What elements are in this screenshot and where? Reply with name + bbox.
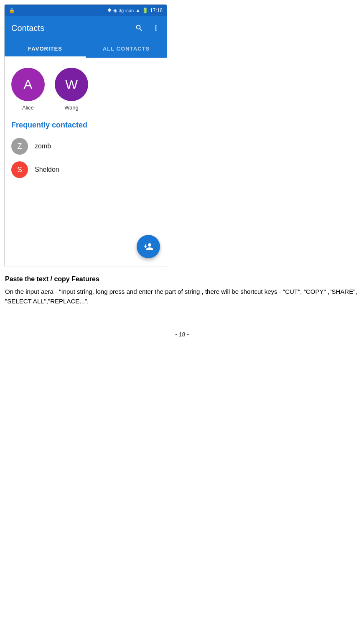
- add-contact-fab[interactable]: [137, 235, 160, 258]
- content-area: A Alice W Wang Frequently contacted Z: [5, 58, 167, 267]
- content-wrapper: A Alice W Wang Frequently contacted Z: [5, 58, 167, 267]
- lock-icon: 🔒: [9, 8, 15, 13]
- status-time: 17:16: [150, 8, 163, 13]
- contact-list: Z zomb S Sheldon: [11, 135, 160, 181]
- phone-frame: 🔒 ✱ ◈ 3g-icon ▲ 🔋 17:16 Contacts: [4, 4, 167, 267]
- contact-name-zomb: zomb: [35, 143, 51, 150]
- app-bar-title: Contacts: [11, 23, 44, 33]
- favorite-item-wang[interactable]: W Wang: [55, 68, 88, 111]
- avatar-sheldon: S: [11, 161, 28, 178]
- status-bar-right: ✱ ◈ 3g-icon ▲ 🔋 17:16: [107, 8, 163, 13]
- contact-item-sheldon[interactable]: S Sheldon: [11, 158, 160, 181]
- more-button[interactable]: [152, 24, 160, 32]
- tabs-bar: FAVORITES ALL CONTACTS: [5, 40, 167, 58]
- battery-icon: 🔋: [142, 8, 148, 13]
- search-button[interactable]: [135, 24, 143, 32]
- more-icon: [152, 24, 160, 32]
- status-bar-left: 🔒: [9, 8, 15, 13]
- avatar-alice: A: [11, 68, 45, 101]
- doc-body: On the input aera - "Input string, long …: [5, 287, 359, 306]
- wifi-icon: ◈: [113, 8, 117, 13]
- contact-item-zomb[interactable]: Z zomb: [11, 135, 160, 158]
- contact-name-sheldon: Sheldon: [35, 166, 59, 173]
- bluetooth-icon: ✱: [107, 8, 112, 13]
- app-bar: Contacts: [5, 16, 167, 40]
- doc-heading: Paste the text / copy Features: [5, 275, 359, 283]
- status-bar: 🔒 ✱ ◈ 3g-icon ▲ 🔋 17:16: [5, 5, 167, 16]
- doc-content: Paste the text / copy Features On the in…: [0, 267, 364, 323]
- avatar-zomb: Z: [11, 138, 28, 155]
- tab-all-contacts[interactable]: ALL CONTACTS: [86, 40, 167, 58]
- tab-favorites[interactable]: FAVORITES: [5, 40, 86, 58]
- page-number: - 18 -: [0, 323, 364, 342]
- search-icon: [135, 24, 143, 32]
- favorite-name-wang: Wang: [64, 104, 78, 111]
- app-bar-actions: [135, 24, 160, 32]
- favorites-row: A Alice W Wang: [11, 64, 160, 117]
- network-label: 3g-icon: [119, 8, 134, 13]
- favorite-name-alice: Alice: [22, 104, 34, 111]
- favorite-item-alice[interactable]: A Alice: [11, 68, 45, 111]
- avatar-wang: W: [55, 68, 88, 101]
- frequently-contacted-heading: Frequently contacted: [11, 117, 160, 135]
- signal-icon: ▲: [135, 8, 140, 13]
- add-person-icon: [143, 242, 153, 252]
